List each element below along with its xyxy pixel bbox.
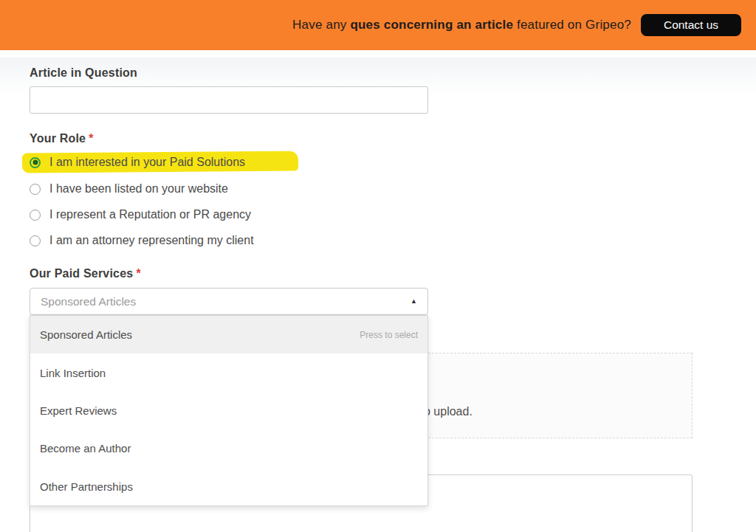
role-option-listed-on-website[interactable]: I have been listed on your website xyxy=(30,179,228,198)
article-input[interactable] xyxy=(30,86,428,114)
dropdown-item-label: Sponsored Articles xyxy=(40,328,132,341)
banner-message: Have any ques concerning an article feat… xyxy=(292,18,631,32)
dropdown-item-label: Link Insertion xyxy=(40,367,106,379)
dropdown-item-label: Become an Author xyxy=(40,442,131,455)
radio-selected-icon[interactable] xyxy=(30,157,41,168)
dropdown-item-link-insertion[interactable]: Link Insertion xyxy=(30,353,427,391)
required-asterisk: * xyxy=(89,132,93,145)
role-option-label: I am interested in your Paid Solutions xyxy=(49,156,245,169)
upload-text-fragment: o upload. xyxy=(424,405,472,418)
role-option-label: I am an attorney representing my client xyxy=(49,234,254,247)
dropdown-item-other-partnerships[interactable]: Other Partnerships xyxy=(30,468,427,505)
article-in-question-label: Article in Question xyxy=(30,66,137,80)
role-option-attorney[interactable]: I am an attorney representing my client xyxy=(30,231,254,250)
dropdown-item-expert-reviews[interactable]: Expert Reviews xyxy=(30,392,427,429)
your-role-label-text: Your Role xyxy=(30,132,86,145)
our-paid-services-label-text: Our Paid Services xyxy=(30,267,133,280)
page: Have any ques concerning an article feat… xyxy=(0,0,756,532)
dropdown-item-label: Other Partnerships xyxy=(40,480,133,493)
required-asterisk: * xyxy=(136,267,140,280)
paid-services-dropdown: Sponsored Articles Press to select Link … xyxy=(30,315,428,506)
article-in-question-label-text: Article in Question xyxy=(30,66,137,79)
select-current-value: Sponsored Articles xyxy=(41,295,410,308)
your-role-label: Your Role* xyxy=(30,132,94,145)
caret-up-icon: ▲ xyxy=(410,298,417,305)
banner-message-suffix: featured on Gripeo? xyxy=(513,18,631,32)
contact-us-button[interactable]: Contact us xyxy=(641,14,741,36)
press-to-select-hint: Press to select xyxy=(360,330,418,340)
banner-message-bold: ques concerning an article xyxy=(350,18,513,32)
banner-message-prefix: Have any xyxy=(292,18,350,32)
paid-services-select[interactable]: Sponsored Articles ▲ xyxy=(30,288,428,315)
role-option-paid-solutions[interactable]: I am interested in your Paid Solutions xyxy=(30,153,245,172)
radio-unselected-icon[interactable] xyxy=(30,184,41,195)
role-option-label: I represent a Reputation or PR agency xyxy=(49,208,251,221)
top-banner: Have any ques concerning an article feat… xyxy=(0,0,756,50)
dropdown-item-become-an-author[interactable]: Become an Author xyxy=(30,429,427,467)
role-option-label: I have been listed on your website xyxy=(49,182,228,196)
dropdown-item-label: Expert Reviews xyxy=(40,404,117,417)
radio-unselected-icon[interactable] xyxy=(30,210,41,221)
radio-unselected-icon[interactable] xyxy=(30,235,41,246)
our-paid-services-label: Our Paid Services* xyxy=(30,267,141,280)
dropdown-item-sponsored-articles[interactable]: Sponsored Articles Press to select xyxy=(30,316,427,353)
role-option-pr-agency[interactable]: I represent a Reputation or PR agency xyxy=(30,205,251,224)
